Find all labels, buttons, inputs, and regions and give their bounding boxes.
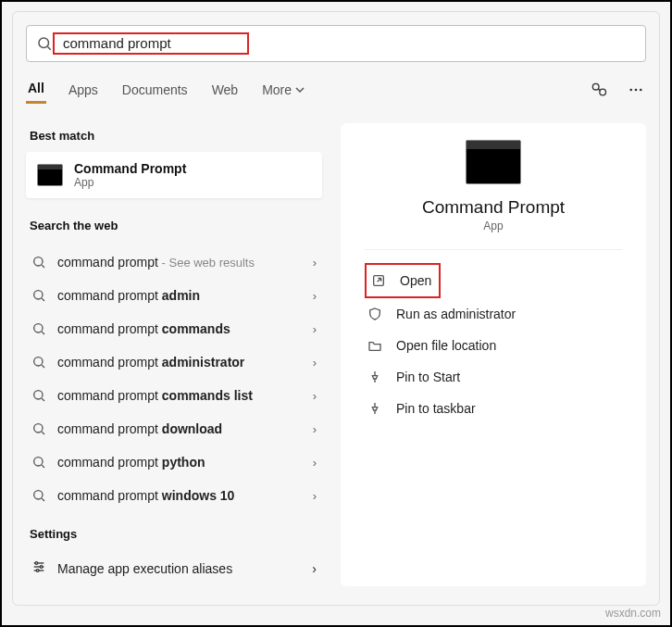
search-bar-wrapper [26, 25, 646, 62]
feedback-icon[interactable] [589, 80, 609, 100]
search-input[interactable] [57, 35, 244, 51]
settings-heading: Settings [26, 521, 322, 550]
svg-point-13 [34, 357, 43, 366]
svg-line-20 [42, 465, 44, 468]
open-highlight: Open [365, 263, 441, 298]
preview-title: Command Prompt [422, 197, 565, 218]
svg-point-17 [34, 424, 43, 433]
preview-pane: Command Prompt App Open Run as administr… [341, 123, 646, 586]
best-match-subtitle: App [74, 176, 186, 189]
chevron-right-icon: › [313, 322, 317, 336]
more-options-icon[interactable] [626, 80, 646, 100]
web-suggestion[interactable]: command prompt - See web results› [26, 245, 322, 279]
svg-point-27 [40, 566, 43, 569]
svg-point-4 [629, 88, 632, 91]
web-suggestion[interactable]: command prompt python› [26, 445, 322, 479]
tab-apps[interactable]: Apps [67, 77, 100, 103]
search-icon [31, 321, 46, 336]
best-match-title: Command Prompt [74, 161, 186, 176]
query-highlight [53, 32, 249, 55]
suggestion-text: command prompt commands [57, 321, 313, 336]
web-suggestion[interactable]: command prompt administrator› [26, 345, 322, 379]
tab-all[interactable]: All [26, 75, 46, 104]
svg-point-26 [35, 562, 38, 565]
suggestion-text: command prompt python [57, 455, 313, 470]
pin-icon [367, 400, 383, 417]
action-pin-taskbar-label: Pin to taskbar [396, 401, 476, 416]
filter-tabs: All Apps Documents Web More [13, 62, 659, 112]
chevron-right-icon: › [312, 561, 317, 576]
web-suggestion[interactable]: command prompt commands› [26, 312, 322, 345]
svg-point-2 [592, 83, 599, 90]
svg-line-12 [42, 332, 44, 334]
svg-point-21 [34, 491, 43, 499]
pin-icon [367, 369, 383, 385]
action-run-admin[interactable]: Run as administrator [365, 298, 622, 330]
svg-line-14 [42, 365, 44, 368]
tab-more[interactable]: More [260, 77, 306, 103]
web-suggestion[interactable]: command prompt windows 10› [26, 479, 322, 512]
folder-icon [367, 337, 383, 354]
search-icon [31, 388, 46, 403]
svg-point-9 [34, 291, 43, 299]
tab-documents[interactable]: Documents [120, 77, 190, 103]
preview-subtitle: App [483, 219, 503, 232]
tab-web[interactable]: Web [210, 77, 241, 103]
best-match-result[interactable]: Command Prompt App [26, 152, 322, 198]
web-suggestion[interactable]: command prompt admin› [26, 279, 322, 312]
best-match-heading: Best match [26, 123, 322, 152]
chevron-right-icon: › [313, 456, 317, 470]
chevron-right-icon: › [313, 289, 317, 303]
search-box[interactable] [26, 25, 646, 62]
svg-line-16 [42, 398, 44, 401]
svg-point-5 [635, 88, 638, 91]
svg-point-19 [34, 458, 43, 466]
action-run-admin-label: Run as administrator [396, 307, 516, 321]
action-open-location-label: Open file location [396, 338, 496, 353]
chevron-right-icon: › [313, 422, 317, 436]
svg-line-22 [42, 498, 44, 501]
suggestion-text: command prompt administrator [57, 355, 313, 370]
search-icon [31, 288, 46, 303]
action-open[interactable]: Open [367, 265, 433, 296]
suggestion-text: command prompt windows 10 [57, 488, 313, 503]
svg-line-18 [42, 432, 44, 434]
search-icon [31, 255, 46, 270]
svg-point-11 [34, 324, 43, 332]
web-suggestion[interactable]: command prompt commands list› [26, 379, 322, 412]
search-panel: All Apps Documents Web More Best match C… [12, 11, 660, 606]
search-icon [36, 35, 53, 52]
svg-point-6 [640, 88, 642, 91]
suggestion-text: command prompt admin [57, 288, 313, 303]
chevron-down-icon [295, 85, 305, 94]
action-pin-start[interactable]: Pin to Start [365, 361, 622, 393]
action-open-location[interactable]: Open file location [365, 330, 622, 361]
search-icon [31, 455, 46, 470]
sliders-icon [31, 559, 46, 577]
chevron-right-icon: › [313, 389, 317, 403]
action-pin-taskbar[interactable]: Pin to taskbar [365, 393, 622, 424]
svg-line-1 [47, 46, 50, 49]
suggestion-text: command prompt - See web results [57, 255, 313, 270]
watermark: wsxdn.com [605, 607, 661, 620]
search-icon [31, 355, 46, 370]
svg-line-8 [42, 265, 44, 268]
suggestion-text: command prompt download [57, 421, 313, 436]
shield-icon [367, 306, 383, 322]
chevron-right-icon: › [313, 489, 317, 503]
svg-point-7 [34, 257, 43, 266]
search-web-heading: Search the web [26, 213, 322, 242]
command-prompt-icon [37, 164, 63, 186]
svg-point-15 [34, 391, 43, 399]
web-suggestions: command prompt - See web results›command… [26, 245, 322, 512]
settings-item-aliases[interactable]: Manage app execution aliases › [26, 550, 322, 586]
search-icon [31, 421, 46, 436]
svg-point-0 [39, 38, 49, 48]
svg-point-28 [36, 570, 39, 572]
web-suggestion[interactable]: command prompt download› [26, 412, 322, 445]
svg-line-10 [42, 298, 44, 301]
settings-item-label: Manage app execution aliases [57, 561, 312, 576]
results-column: Best match Command Prompt App Search the… [26, 123, 322, 586]
search-icon [31, 488, 46, 503]
action-open-label: Open [400, 273, 431, 288]
